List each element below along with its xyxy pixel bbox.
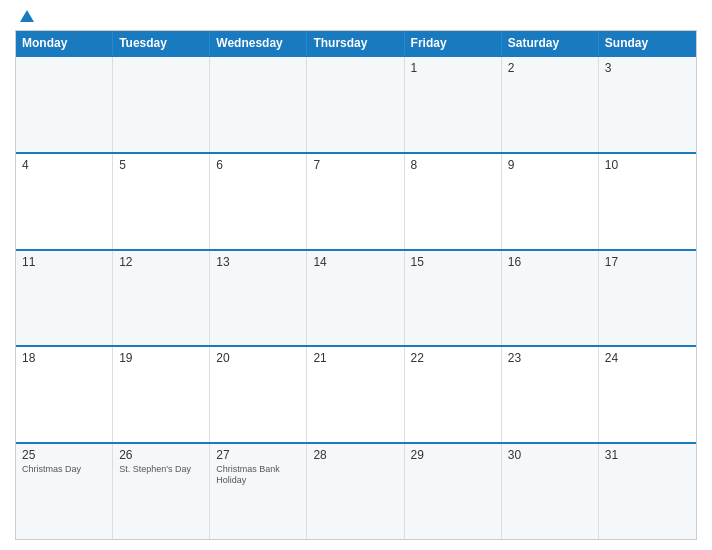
calendar-cell-w5-d2: 26St. Stephen's Day [113, 444, 210, 539]
week-row-4: 18192021222324 [16, 345, 696, 442]
calendar-cell-w1-d3 [210, 57, 307, 152]
header-friday: Friday [405, 31, 502, 55]
day-number: 26 [119, 448, 203, 462]
logo [15, 10, 34, 24]
calendar-cell-w1-d2 [113, 57, 210, 152]
header-thursday: Thursday [307, 31, 404, 55]
calendar-cell-w4-d4: 21 [307, 347, 404, 442]
day-number: 4 [22, 158, 106, 172]
calendar-cell-w4-d6: 23 [502, 347, 599, 442]
calendar-cell-w1-d4 [307, 57, 404, 152]
calendar-cell-w3-d7: 17 [599, 251, 696, 346]
calendar-cell-w1-d6: 2 [502, 57, 599, 152]
calendar-cell-w3-d3: 13 [210, 251, 307, 346]
day-number: 25 [22, 448, 106, 462]
calendar-cell-w2-d2: 5 [113, 154, 210, 249]
day-number: 19 [119, 351, 203, 365]
day-number: 23 [508, 351, 592, 365]
day-number: 18 [22, 351, 106, 365]
calendar-cell-w3-d4: 14 [307, 251, 404, 346]
calendar-cell-w3-d6: 16 [502, 251, 599, 346]
day-number: 9 [508, 158, 592, 172]
calendar-cell-w4-d3: 20 [210, 347, 307, 442]
day-number: 10 [605, 158, 690, 172]
week-row-5: 25Christmas Day26St. Stephen's Day27Chri… [16, 442, 696, 539]
day-number: 16 [508, 255, 592, 269]
day-number: 21 [313, 351, 397, 365]
calendar-cell-w5-d4: 28 [307, 444, 404, 539]
day-number: 7 [313, 158, 397, 172]
calendar-header-row: Monday Tuesday Wednesday Thursday Friday… [16, 31, 696, 55]
calendar-cell-w4-d7: 24 [599, 347, 696, 442]
calendar-cell-w5-d7: 31 [599, 444, 696, 539]
calendar-cell-w2-d7: 10 [599, 154, 696, 249]
day-number: 29 [411, 448, 495, 462]
day-number: 3 [605, 61, 690, 75]
holiday-name: St. Stephen's Day [119, 464, 203, 475]
day-number: 27 [216, 448, 300, 462]
holiday-name: Christmas Bank Holiday [216, 464, 300, 486]
holiday-name: Christmas Day [22, 464, 106, 475]
calendar-cell-w5-d3: 27Christmas Bank Holiday [210, 444, 307, 539]
calendar-cell-w1-d5: 1 [405, 57, 502, 152]
day-number: 24 [605, 351, 690, 365]
header-sunday: Sunday [599, 31, 696, 55]
day-number: 31 [605, 448, 690, 462]
calendar-cell-w3-d2: 12 [113, 251, 210, 346]
logo-triangle-icon [20, 10, 34, 22]
calendar-cell-w3-d1: 11 [16, 251, 113, 346]
week-row-3: 11121314151617 [16, 249, 696, 346]
day-number: 22 [411, 351, 495, 365]
day-number: 13 [216, 255, 300, 269]
day-number: 12 [119, 255, 203, 269]
day-number: 11 [22, 255, 106, 269]
header-tuesday: Tuesday [113, 31, 210, 55]
day-number: 8 [411, 158, 495, 172]
header-saturday: Saturday [502, 31, 599, 55]
day-number: 14 [313, 255, 397, 269]
day-number: 1 [411, 61, 495, 75]
calendar-cell-w5-d1: 25Christmas Day [16, 444, 113, 539]
calendar-body: 1234567891011121314151617181920212223242… [16, 55, 696, 539]
day-number: 6 [216, 158, 300, 172]
day-number: 15 [411, 255, 495, 269]
page: Monday Tuesday Wednesday Thursday Friday… [0, 0, 712, 550]
day-number: 5 [119, 158, 203, 172]
calendar-cell-w3-d5: 15 [405, 251, 502, 346]
header [15, 10, 697, 24]
day-number: 28 [313, 448, 397, 462]
week-row-2: 45678910 [16, 152, 696, 249]
header-wednesday: Wednesday [210, 31, 307, 55]
day-number: 2 [508, 61, 592, 75]
week-row-1: 123 [16, 55, 696, 152]
day-number: 17 [605, 255, 690, 269]
calendar-cell-w2-d5: 8 [405, 154, 502, 249]
calendar-cell-w2-d3: 6 [210, 154, 307, 249]
calendar-cell-w2-d1: 4 [16, 154, 113, 249]
calendar-cell-w4-d5: 22 [405, 347, 502, 442]
day-number: 20 [216, 351, 300, 365]
calendar-cell-w2-d4: 7 [307, 154, 404, 249]
calendar-cell-w1-d7: 3 [599, 57, 696, 152]
calendar: Monday Tuesday Wednesday Thursday Friday… [15, 30, 697, 540]
calendar-cell-w5-d6: 30 [502, 444, 599, 539]
calendar-cell-w1-d1 [16, 57, 113, 152]
day-number: 30 [508, 448, 592, 462]
calendar-cell-w4-d1: 18 [16, 347, 113, 442]
calendar-cell-w2-d6: 9 [502, 154, 599, 249]
calendar-cell-w5-d5: 29 [405, 444, 502, 539]
header-monday: Monday [16, 31, 113, 55]
calendar-cell-w4-d2: 19 [113, 347, 210, 442]
